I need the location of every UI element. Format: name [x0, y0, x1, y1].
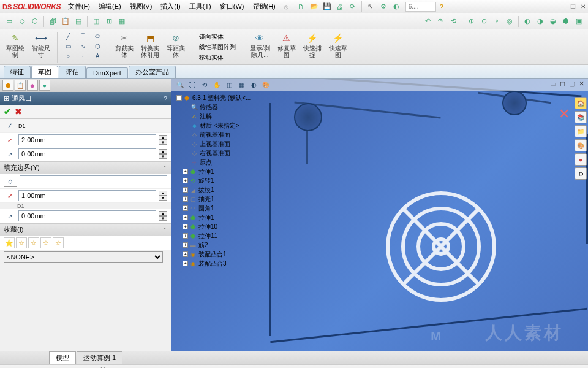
vp-fit-icon[interactable]: ⛶ [187, 80, 197, 90]
tb-options-icon[interactable]: ⚙ [378, 1, 389, 12]
rib-sketch[interactable]: ✎草图绘 制 [4, 31, 27, 59]
tree-item[interactable]: ◇右视基准面 [175, 148, 261, 158]
vp-zoom-icon[interactable]: 🔍 [175, 80, 185, 90]
tree-item[interactable]: +⬢拉伸10 [175, 222, 261, 231]
tb-print-icon[interactable]: 🖨 [334, 1, 345, 12]
rib-convert[interactable]: ⬒转换实 体引用 [138, 31, 162, 59]
tree-item[interactable]: +◠圆角1 [175, 204, 261, 213]
close-icon[interactable]: ✕ [581, 3, 586, 10]
fav-icon[interactable]: ☆ [53, 237, 64, 248]
tab-dimxpert[interactable]: DimXpert [86, 67, 128, 78]
tree-item[interactable]: A注解 [175, 112, 261, 121]
tree-item[interactable]: ◇上视基准面 [175, 139, 261, 148]
expand-icon[interactable]: + [183, 261, 188, 266]
tb1-icon[interactable]: 🗐 [47, 16, 58, 27]
vp-scene-icon[interactable]: 🎨 [261, 80, 271, 90]
tb1-icon[interactable]: ▦ [116, 16, 127, 27]
d2-spinner[interactable]: ▲▼ [159, 149, 167, 159]
search-help-icon[interactable]: ? [436, 1, 447, 12]
tp-resources-icon[interactable]: 🏠 [575, 97, 587, 109]
tb1-icon[interactable]: ▤ [73, 16, 84, 27]
d1-input[interactable] [18, 134, 156, 145]
cancel-button[interactable]: ✖ [15, 107, 22, 117]
tree-item[interactable]: +⬢拉伸1 [175, 213, 261, 222]
tree-item[interactable]: ⊹原点 [175, 158, 261, 167]
tb-open-icon[interactable]: 📂 [309, 1, 320, 12]
tb1-icon[interactable]: ◎ [504, 16, 515, 27]
prop-help-icon[interactable]: ? [164, 95, 167, 102]
tp-view-palette-icon[interactable]: 🎨 [575, 139, 587, 151]
tb1-icon[interactable]: ⌖ [491, 16, 502, 27]
tp-appearance-icon[interactable]: ● [575, 153, 587, 166]
expand-icon[interactable]: + [183, 187, 188, 193]
ok-button[interactable]: ✔ [4, 107, 11, 117]
tree-item[interactable]: ◇前视基准面 [175, 130, 261, 139]
fill-boundary-header[interactable]: 填充边界(Y)⌃ [0, 162, 171, 174]
menu-window[interactable]: 窗口(W) [216, 1, 248, 12]
vp-max-icon[interactable]: ▢ [569, 80, 575, 88]
pm-tab-feature-icon[interactable]: ⬢ [2, 80, 13, 91]
expand-icon[interactable]: + [183, 233, 188, 239]
rib-rect-icon[interactable]: ▭ [62, 42, 74, 50]
vp-close-icon[interactable]: ✕ [579, 80, 584, 88]
tree-item[interactable]: +◉装配凸台1 [175, 250, 261, 259]
minimize-icon[interactable]: — [559, 3, 565, 10]
pm-tab-config-icon[interactable]: 📋 [15, 80, 26, 91]
tb-rebuild-icon[interactable]: ⟳ [347, 1, 358, 12]
diamond-icon[interactable]: ◇ [4, 175, 17, 187]
tb-help-icon[interactable]: ◐ [391, 1, 402, 12]
maximize-icon[interactable]: ☐ [570, 3, 576, 10]
tb1-icon[interactable]: ▭ [4, 16, 15, 27]
menu-view[interactable]: 视图(V) [126, 1, 156, 12]
tree-item[interactable]: 🔍传感器 [175, 102, 261, 112]
tb1-icon[interactable]: 📋 [60, 16, 71, 27]
rib-rapidsketch[interactable]: ⚡快速草 图 [326, 31, 350, 59]
rib-showhide[interactable]: 👁显示/剥 除几... [247, 31, 273, 59]
rib-circle-icon[interactable]: ○ [62, 52, 74, 60]
expand-icon[interactable]: + [183, 215, 188, 220]
tree-root[interactable]: − ⬢ 6.3.1 塑料壳 (默认<... [175, 93, 261, 102]
pm-tab-display-icon[interactable]: ◆ [27, 80, 38, 91]
vp-display-icon[interactable]: ◐ [249, 80, 258, 90]
rib-slot-icon[interactable]: ⬭ [91, 32, 104, 40]
favorites-header[interactable]: 收藏(I)⌃ [0, 224, 171, 236]
viewport[interactable]: 🔍 ⛶ ⟲ ✋ ◫ ▦ ◐ 🎨 ▭ ◻ ▢ ✕ − ⬢ 6.3.1 塑料壳 (默… [172, 79, 588, 351]
tb1-icon[interactable]: ▣ [573, 16, 584, 27]
tp-design-lib-icon[interactable]: 📚 [575, 111, 587, 123]
fav-add-icon[interactable]: ⭐ [4, 237, 15, 248]
rib-poly-icon[interactable]: ⬡ [91, 42, 104, 50]
tb1-icon[interactable]: ⊕ [466, 16, 477, 27]
expand-icon[interactable]: + [183, 242, 188, 248]
tb-save-icon[interactable]: 💾 [322, 1, 333, 12]
favorites-select[interactable]: <NONE> [4, 251, 163, 263]
tb1-icon[interactable]: ⬡ [29, 16, 40, 27]
tree-item[interactable]: +◉装配凸台3 [175, 259, 261, 268]
d2-input[interactable] [18, 148, 156, 159]
tree-item[interactable]: +⬢拉伸1 [175, 167, 261, 176]
tp-custom-icon[interactable]: ⚙ [575, 167, 587, 180]
rib-trim[interactable]: ✂剪裁实 体 [113, 31, 136, 59]
f2-spinner[interactable]: ▲▼ [159, 211, 167, 221]
vp-rotate-icon[interactable]: ⟲ [200, 80, 209, 90]
rib-move[interactable]: 移动实体 [197, 53, 238, 63]
vp-view-icon[interactable]: ▦ [236, 80, 246, 90]
fill-d1-input[interactable] [18, 190, 156, 201]
menu-tools[interactable]: 工具(T) [186, 1, 215, 12]
vp-restore-icon[interactable]: ◻ [560, 80, 565, 88]
f1-spinner[interactable]: ▲▼ [159, 191, 167, 201]
vp-section-icon[interactable]: ◫ [224, 80, 234, 90]
tb1-icon[interactable]: ◒ [548, 16, 559, 27]
tb-arrow-icon[interactable]: ↖ [365, 1, 376, 12]
menu-file[interactable]: 文件(F) [64, 1, 94, 12]
fill-d2-input[interactable] [18, 210, 156, 221]
vp-pan-icon[interactable]: ✋ [212, 80, 222, 90]
expand-icon[interactable]: + [183, 205, 188, 211]
rib-smartdim[interactable]: ⟷智能尺 寸 [29, 31, 53, 59]
tab-feature[interactable]: 特征 [4, 66, 31, 78]
menu-edit[interactable]: 编辑(E) [95, 1, 125, 12]
rib-text-icon[interactable]: A [91, 52, 104, 60]
rib-line-icon[interactable]: ╱ [62, 32, 74, 40]
tb1-icon[interactable]: ◑ [535, 16, 546, 27]
fav-icon[interactable]: ☆ [16, 237, 27, 248]
tab-office[interactable]: 办公室产品 [129, 66, 176, 78]
